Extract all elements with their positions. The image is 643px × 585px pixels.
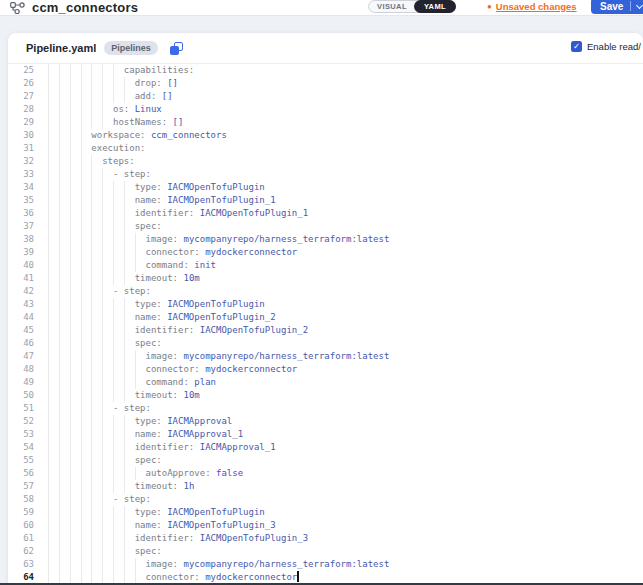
line-number: 47 [8,350,48,363]
code-line[interactable]: 36identifier: IACMOpenTofuPlugin_1 [8,207,643,220]
code-text: timeout: 10m [48,389,200,402]
code-line[interactable]: 33- step: [8,168,643,181]
indent-guides [48,207,135,220]
line-number: 60 [8,519,48,532]
code-line[interactable]: 46spec: [8,337,643,350]
code-text: image: mycompanyrepo/harness_terraform:l… [48,233,389,246]
save-button[interactable]: Save [591,1,630,12]
code-line[interactable]: 40command: init [8,259,643,272]
line-number: 45 [8,324,48,337]
code-line[interactable]: 61identifier: IACMOpenTofuPlugin_3 [8,532,643,545]
code-text: identifier: IACMOpenTofuPlugin_1 [48,207,308,220]
indent-guides [48,337,135,350]
code-line[interactable]: 44name: IACMOpenTofuPlugin_2 [8,311,643,324]
code-text: type: IACMOpenTofuPlugin [48,298,265,311]
code-line[interactable]: 63image: mycompanyrepo/harness_terraform… [8,558,643,571]
code-line[interactable]: 31execution: [8,142,643,155]
indent-guides [48,103,113,116]
line-number: 29 [8,116,48,129]
code-line[interactable]: 49command: plan [8,376,643,389]
indent-guides [48,181,135,194]
line-number: 37 [8,220,48,233]
code-line[interactable]: 57timeout: 1h [8,480,643,493]
code-line[interactable]: 51- step: [8,402,643,415]
line-number: 59 [8,506,48,519]
indent-guides [48,155,102,168]
indent-guides [48,324,135,337]
code-line[interactable]: 43type: IACMOpenTofuPlugin [8,298,643,311]
indent-guides [48,415,135,428]
line-number: 61 [8,532,48,545]
indent-guides [48,558,146,571]
code-line[interactable]: 56autoApprove: false [8,467,643,480]
code-text: execution: [48,142,146,155]
save-split-button[interactable]: Save [591,0,643,14]
line-number: 55 [8,454,48,467]
line-number: 64 [8,571,48,583]
code-text: name: IACMApproval_1 [48,428,243,441]
code-line[interactable]: 25capabilities: [8,64,643,77]
code-text: - step: [48,402,151,415]
copy-icon[interactable] [170,42,183,55]
code-line[interactable]: 26drop: [] [8,77,643,90]
line-number: 43 [8,298,48,311]
line-number: 40 [8,259,48,272]
line-number: 63 [8,558,48,571]
code-line[interactable]: 29hostNames: [] [8,116,643,129]
code-line[interactable]: 47image: mycompanyrepo/harness_terraform… [8,350,643,363]
code-line[interactable]: 48connector: mydockerconnector [8,363,643,376]
tab-visual[interactable]: VISUAL [369,1,415,12]
code-text: name: IACMOpenTofuPlugin_1 [48,194,276,207]
unsaved-changes-link[interactable]: ● Unsaved changes [487,1,577,12]
code-line[interactable]: 34type: IACMOpenTofuPlugin [8,181,643,194]
line-number: 50 [8,389,48,402]
code-line[interactable]: 42- step: [8,285,643,298]
code-line[interactable]: 62spec: [8,545,643,558]
indent-guides [48,311,135,324]
code-line[interactable]: 52type: IACMApproval [8,415,643,428]
code-text: - step: [48,168,151,181]
line-number: 51 [8,402,48,415]
code-text: spec: [48,454,162,467]
code-text: connector: mydockerconnector [48,363,297,376]
code-line[interactable]: 64connector: mydockerconnector [8,571,643,583]
code-text: image: mycompanyrepo/harness_terraform:l… [48,350,389,363]
code-line[interactable]: 50timeout: 10m [8,389,643,402]
tab-yaml[interactable]: YAML [414,0,456,13]
indent-guides [48,428,135,441]
code-line[interactable]: 32steps: [8,155,643,168]
code-text: identifier: IACMOpenTofuPlugin_3 [48,532,308,545]
chevron-down-icon[interactable] [636,1,643,8]
code-line[interactable]: 35name: IACMOpenTofuPlugin_1 [8,194,643,207]
indent-guides [48,454,135,467]
code-text: timeout: 10m [48,272,200,285]
line-number: 30 [8,129,48,142]
code-line[interactable]: 53name: IACMApproval_1 [8,428,643,441]
indent-guides [48,77,135,90]
code-text: identifier: IACMApproval_1 [48,441,276,454]
line-number: 35 [8,194,48,207]
code-line[interactable]: 55spec: [8,454,643,467]
line-number: 54 [8,441,48,454]
code-line[interactable]: 45identifier: IACMOpenTofuPlugin_2 [8,324,643,337]
code-line[interactable]: 58- step: [8,493,643,506]
code-line[interactable]: 54identifier: IACMApproval_1 [8,441,643,454]
entity-type-badge: Pipelines [104,41,158,55]
code-line[interactable]: 59type: IACMOpenTofuPlugin [8,506,643,519]
enable-checkbox[interactable]: ✓ [571,41,582,52]
code-line[interactable]: 30workspace: ccm_connectors [8,129,643,142]
code-line[interactable]: 60name: IACMOpenTofuPlugin_3 [8,519,643,532]
indent-guides [48,194,135,207]
code-line[interactable]: 37spec: [8,220,643,233]
yaml-editor[interactable]: 25capabilities:26drop: []27add: []28os: … [8,63,643,583]
code-text: identifier: IACMOpenTofuPlugin_2 [48,324,308,337]
indent-guides [48,519,135,532]
code-line[interactable]: 27add: [] [8,90,643,103]
code-text: connector: mydockerconnector [48,571,299,583]
code-line[interactable]: 41timeout: 10m [8,272,643,285]
code-line[interactable]: 38image: mycompanyrepo/harness_terraform… [8,233,643,246]
code-line[interactable]: 28os: Linux [8,103,643,116]
code-line[interactable]: 39connector: mydockerconnector [8,246,643,259]
indent-guides [48,532,135,545]
code-text: capabilities: [48,64,194,77]
